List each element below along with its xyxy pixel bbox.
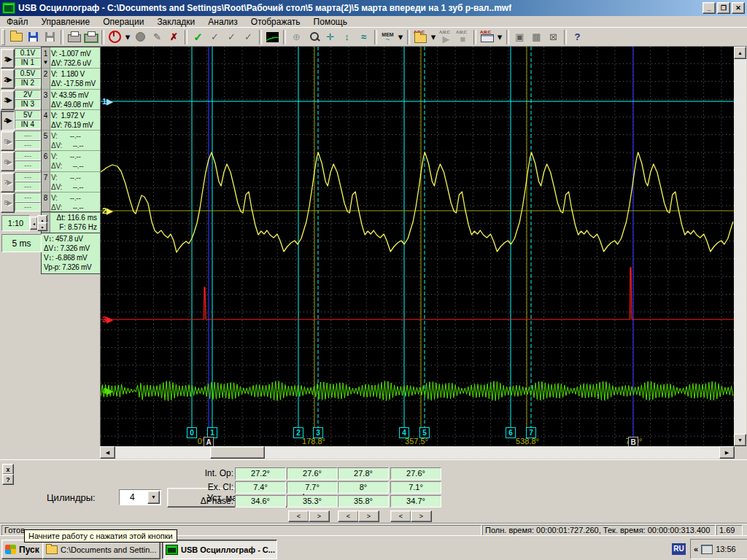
abc-open-dropdown[interactable]: ▾ <box>429 29 438 45</box>
restore-button[interactable]: ❐ <box>717 2 730 14</box>
channel-4-button[interactable]: 4▶ <box>1 111 15 131</box>
marker-box-6[interactable]: 6 <box>506 427 516 438</box>
horizontal-scrollbar[interactable]: ◀ ▶ <box>100 446 734 459</box>
cylinders-dropdown-icon[interactable]: ▼ <box>147 491 160 504</box>
memory-button[interactable]: MEM~ <box>379 29 396 45</box>
oscilloscope-display[interactable]: 1▶2▶3▶4▶ 0°178.8°357.5°538.8°720°0123456… <box>100 47 735 446</box>
channel-8-dv-value: ΔV: --.-- <box>51 203 98 211</box>
phase-next-button[interactable]: > <box>411 510 432 522</box>
channel-5-button[interactable]: 5▶ <box>1 131 15 151</box>
panel-help-button[interactable]: ? <box>2 474 14 485</box>
abc-panel-dropdown[interactable]: ▾ <box>495 29 504 45</box>
start-stop-dropdown[interactable]: ▾ <box>123 29 132 45</box>
taskbar-item-explorer[interactable]: C:\Documents and Settin... <box>42 540 160 559</box>
scroll-left-button[interactable]: ◀ <box>100 446 115 459</box>
channel-1-name[interactable]: IN 1 <box>15 58 41 67</box>
channel-5-range[interactable]: --- <box>15 131 41 140</box>
phase-prev-button[interactable]: < <box>338 510 359 522</box>
search-button[interactable] <box>305 29 322 45</box>
channel-5-v-value: V: --.-- <box>51 132 98 140</box>
scroll-right-button[interactable]: ▶ <box>719 446 735 459</box>
minimize-button[interactable]: _ <box>703 2 716 14</box>
channel-2-range[interactable]: 0.5V <box>15 69 41 78</box>
channel-3-name[interactable]: IN 3 <box>15 99 41 109</box>
channel-1-range[interactable]: 0.1V <box>15 48 41 58</box>
timebase-field[interactable]: 5 ms <box>1 234 42 252</box>
marker-box-B[interactable]: B <box>628 437 638 446</box>
channel-7-name[interactable]: --- <box>15 182 41 191</box>
channel-6-range[interactable]: --- <box>15 151 41 160</box>
close-button[interactable]: ✕ <box>732 2 745 14</box>
abc-panel-button[interactable]: A;B;C <box>479 29 495 45</box>
open-file-button[interactable] <box>8 29 25 45</box>
vertical-scrollbar[interactable]: ▲ ▼ <box>734 47 746 446</box>
menu-analysis[interactable]: Анализ <box>201 17 244 27</box>
network-monitor-icon[interactable] <box>701 545 713 554</box>
abc-open-button[interactable]: A;B;C <box>412 29 429 45</box>
scroll-up-button[interactable]: ▲ <box>734 47 746 59</box>
help-button[interactable]: ? <box>569 29 586 45</box>
title-bar[interactable]: USB Осциллограф - C:\Documents and Setti… <box>0 0 747 16</box>
marker-box-7[interactable]: 7 <box>526 427 536 438</box>
panel-close-button[interactable]: x <box>2 464 14 475</box>
channel-4-range[interactable]: 5V <box>15 110 41 120</box>
menu-help[interactable]: Помощь <box>307 17 354 27</box>
channel-8-button[interactable]: 8▶ <box>1 193 15 213</box>
set-markers-tool-button[interactable]: ✛ <box>322 29 338 45</box>
menu-operations[interactable]: Операции <box>96 17 150 27</box>
channel-8-name[interactable]: --- <box>15 202 41 211</box>
channel-5-name[interactable]: --- <box>15 140 41 149</box>
phase-prev-button[interactable]: < <box>390 510 411 522</box>
language-indicator[interactable]: RU <box>672 543 686 555</box>
cursor-vpp-value: Vp-p: 7.326 mV <box>44 263 98 271</box>
channel-2-button[interactable]: 2▶ <box>1 69 15 89</box>
delete-button[interactable]: ✗ <box>166 29 182 45</box>
phase-prev-button[interactable]: < <box>288 510 309 522</box>
ratio-spin-down[interactable]: ▾ <box>37 222 47 231</box>
vertical-cursor-button[interactable]: ↕ <box>338 29 355 45</box>
menu-bookmarks[interactable]: Закладки <box>150 17 201 27</box>
marker-box-0[interactable]: 0 <box>187 427 197 438</box>
menu-file[interactable]: Файл <box>0 17 35 27</box>
menu-control[interactable]: Управление <box>35 17 97 27</box>
xy-view-button[interactable] <box>264 29 281 45</box>
channel-7-button[interactable]: 7▶ <box>1 173 15 192</box>
menu-display[interactable]: Отображать <box>244 17 307 27</box>
print-screen-button[interactable] <box>82 29 99 45</box>
attenuation-ratio-field[interactable]: 1:10 <box>1 215 30 231</box>
hscroll-thumb[interactable] <box>210 446 265 459</box>
channel-3-button[interactable]: 3▶ <box>1 90 15 110</box>
channel-3-range[interactable]: 2V <box>15 90 41 99</box>
phase-next-button[interactable]: > <box>309 510 330 522</box>
start-button[interactable]: Пуск <box>1 540 44 559</box>
record-button[interactable] <box>132 29 149 45</box>
memory-dropdown[interactable]: ▾ <box>396 29 405 45</box>
channel-6-button[interactable]: 6▶ <box>1 152 15 171</box>
scroll-down-button[interactable]: ▼ <box>734 434 746 446</box>
clear-button[interactable]: ✎ <box>149 29 166 45</box>
channel-6-name[interactable]: --- <box>15 160 41 170</box>
channel-2-name[interactable]: IN 2 <box>15 78 41 88</box>
toolbar-grip[interactable] <box>1 29 5 45</box>
check-all-icon: ✓ <box>228 32 236 42</box>
taskbar-item-oscilloscope[interactable]: USB Осциллограф - C... <box>162 540 277 559</box>
phase-next-button[interactable]: > <box>358 510 379 522</box>
marker-box-2[interactable]: 2 <box>293 427 303 438</box>
tray-collapse-icon[interactable]: « <box>694 545 698 553</box>
trigger-marker-icon[interactable]: ▼ <box>42 59 50 66</box>
marker-box-4[interactable]: 4 <box>399 427 409 438</box>
marker-box-A[interactable]: A <box>204 437 214 446</box>
save-file-button[interactable] <box>25 29 42 45</box>
start-stop-button[interactable] <box>107 29 123 45</box>
print-button[interactable] <box>66 29 82 45</box>
marker-box-5[interactable]: 5 <box>419 427 430 438</box>
cylinders-select[interactable]: 4 ▼ <box>119 489 161 505</box>
channel-4-name[interactable]: IN 4 <box>15 120 41 129</box>
channel-7-range[interactable]: --- <box>15 172 41 182</box>
marker-box-3[interactable]: 3 <box>313 427 323 438</box>
apply-button[interactable]: ✓ <box>190 29 206 45</box>
channel-1-button[interactable]: 1▶ <box>1 49 15 69</box>
globe-icon: ⊕ <box>293 32 301 42</box>
channel-8-range[interactable]: --- <box>15 192 41 202</box>
wave-cursor-button[interactable]: ≈ <box>355 29 372 45</box>
